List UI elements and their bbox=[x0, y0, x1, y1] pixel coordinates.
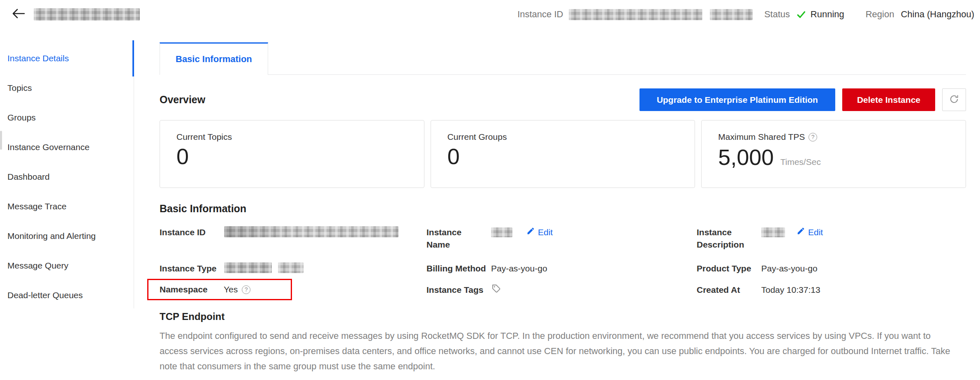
maximum-shared-tps-card: Maximum Shared TPS ? 5,000 Times/Sec bbox=[701, 120, 966, 188]
field-label: Instance ID bbox=[160, 226, 224, 239]
header-meta: Instance ID Status Running Region China … bbox=[517, 9, 974, 20]
refresh-button[interactable] bbox=[942, 88, 966, 111]
card-label: Maximum Shared TPS ? bbox=[718, 132, 966, 142]
field-label: Billing Method bbox=[426, 262, 491, 275]
sidebar-item-instance-details[interactable]: Instance Details bbox=[0, 44, 134, 73]
field-instance-tags: Instance Tags bbox=[426, 284, 697, 305]
tab-label: Basic Information bbox=[176, 54, 252, 65]
edit-instance-description-link[interactable]: Edit bbox=[797, 226, 823, 239]
region-value: China (Hangzhou) bbox=[901, 9, 974, 20]
field-product-type: Product Type Pay-as-you-go bbox=[697, 262, 966, 284]
basic-information-section: Basic Information Instance ID Instance T… bbox=[160, 203, 966, 305]
overview-actions: Upgrade to Enterprise Platinum Edition D… bbox=[639, 88, 966, 111]
tcp-endpoint-description: The endpoint configured to send and rece… bbox=[160, 328, 952, 374]
sidebar-item-label: Dead-letter Queues bbox=[7, 290, 83, 300]
field-label: Product Type bbox=[697, 262, 761, 275]
page-header: Instance ID Status Running Region China … bbox=[0, 0, 980, 29]
edit-instance-name-link[interactable]: Edit bbox=[526, 226, 553, 239]
sidebar-item-monitoring-and-alerting[interactable]: Monitoring and Alerting bbox=[0, 221, 134, 251]
edit-label: Edit bbox=[808, 226, 823, 239]
overview-header-row: Overview Upgrade to Enterprise Platinum … bbox=[160, 88, 966, 111]
sidebar-item-message-query[interactable]: Message Query bbox=[0, 251, 134, 280]
sidebar-item-label: Dashboard bbox=[7, 172, 50, 182]
field-instance-description: Instance Description Edit bbox=[697, 226, 966, 262]
redacted-value bbox=[761, 227, 785, 237]
product-type-value: Pay-as-you-go bbox=[761, 262, 966, 275]
sidebar-item-dashboard[interactable]: Dashboard bbox=[0, 162, 134, 192]
tab-bar-filler bbox=[268, 42, 966, 75]
namespace-value: Yes bbox=[224, 283, 238, 296]
back-arrow-icon bbox=[12, 8, 25, 21]
status-running-icon bbox=[796, 9, 806, 20]
tcp-endpoint-section: TCP Endpoint The endpoint configured to … bbox=[160, 311, 966, 374]
current-topics-value: 0 bbox=[176, 143, 424, 171]
fields-column-2: Instance Name Edit bbox=[426, 226, 697, 305]
sidebar-item-label: Monitoring and Alerting bbox=[7, 231, 96, 241]
field-instance-name: Instance Name Edit bbox=[426, 226, 697, 262]
field-namespace: Namespace Yes ? bbox=[160, 279, 426, 300]
main-content: Basic Information Overview Upgrade to En… bbox=[134, 29, 980, 380]
tps-value-row: 5,000 Times/Sec bbox=[718, 143, 966, 171]
page-body: Instance Details Topics Groups Instance … bbox=[0, 29, 980, 380]
sidebar-item-groups[interactable]: Groups bbox=[0, 103, 134, 132]
redacted-value bbox=[278, 262, 303, 273]
instance-id-label: Instance ID bbox=[517, 9, 563, 20]
sidebar-item-label: Instance Details bbox=[7, 53, 69, 63]
sidebar-item-topics[interactable]: Topics bbox=[0, 73, 134, 103]
card-label: Current Topics bbox=[176, 132, 424, 142]
sidebar-item-message-trace[interactable]: Message Trace bbox=[0, 192, 134, 221]
field-label: Namespace bbox=[160, 283, 224, 296]
fields-column-1: Instance ID Instance Type bbox=[160, 226, 426, 305]
redacted-value bbox=[491, 227, 512, 237]
field-billing-method: Billing Method Pay-as-you-go bbox=[426, 262, 697, 284]
sidebar-item-label: Topics bbox=[7, 83, 32, 93]
redacted-value bbox=[224, 262, 272, 273]
delete-instance-button[interactable]: Delete Instance bbox=[842, 88, 935, 111]
pencil-icon bbox=[797, 226, 805, 239]
field-label: Instance Name bbox=[426, 226, 476, 251]
sidebar-item-instance-governance[interactable]: Instance Governance bbox=[0, 132, 134, 162]
created-at-value: Today 10:37:13 bbox=[761, 284, 966, 296]
card-label: Current Groups bbox=[447, 132, 695, 142]
tps-value: 5,000 bbox=[718, 144, 774, 171]
redacted-instance-title bbox=[34, 8, 140, 21]
overview-cards: Current Topics 0 Current Groups 0 Maximu… bbox=[160, 120, 966, 188]
card-label-text: Maximum Shared TPS bbox=[718, 132, 805, 142]
field-label: Instance Tags bbox=[426, 284, 491, 296]
upgrade-button[interactable]: Upgrade to Enterprise Platinum Edition bbox=[639, 88, 835, 111]
basic-information-title: Basic Information bbox=[160, 203, 966, 215]
help-icon[interactable]: ? bbox=[809, 133, 817, 141]
region-label: Region bbox=[866, 9, 894, 20]
billing-method-value: Pay-as-you-go bbox=[491, 262, 697, 275]
field-label: Instance Type bbox=[160, 262, 224, 275]
redacted-instance-id bbox=[569, 9, 702, 20]
tps-unit: Times/Sec bbox=[780, 157, 820, 167]
namespace-annotation-box: Namespace Yes ? bbox=[147, 279, 292, 300]
help-icon[interactable]: ? bbox=[242, 285, 250, 294]
sidebar-item-label: Groups bbox=[7, 113, 36, 123]
sidebar: Instance Details Topics Groups Instance … bbox=[0, 29, 134, 380]
fields-column-3: Instance Description Edit bbox=[697, 226, 966, 305]
field-instance-id: Instance ID bbox=[160, 226, 426, 262]
current-groups-value: 0 bbox=[447, 143, 695, 171]
tab-bar: Basic Information bbox=[160, 42, 966, 75]
tcp-endpoint-title: TCP Endpoint bbox=[160, 311, 966, 322]
field-label: Created At bbox=[697, 284, 761, 296]
status-label: Status bbox=[764, 9, 790, 20]
redacted-value bbox=[224, 226, 398, 237]
sidebar-item-dead-letter-queues[interactable]: Dead-letter Queues bbox=[0, 280, 134, 310]
rocketmq-instance-page: Instance ID Status Running Region China … bbox=[0, 0, 980, 380]
redacted-instance-id-suffix bbox=[710, 9, 753, 20]
basic-information-fields: Instance ID Instance Type bbox=[160, 226, 966, 305]
overview-title: Overview bbox=[160, 94, 205, 106]
current-groups-card: Current Groups 0 bbox=[431, 120, 695, 188]
field-created-at: Created At Today 10:37:13 bbox=[697, 284, 966, 305]
tag-icon[interactable] bbox=[491, 284, 501, 294]
status-value: Running bbox=[811, 9, 844, 20]
sidebar-item-label: Message Trace bbox=[7, 202, 67, 211]
back-button[interactable] bbox=[9, 5, 28, 24]
tab-basic-information[interactable]: Basic Information bbox=[160, 42, 268, 75]
edit-label: Edit bbox=[538, 226, 553, 239]
pencil-icon bbox=[526, 226, 535, 239]
refresh-icon bbox=[949, 94, 959, 105]
